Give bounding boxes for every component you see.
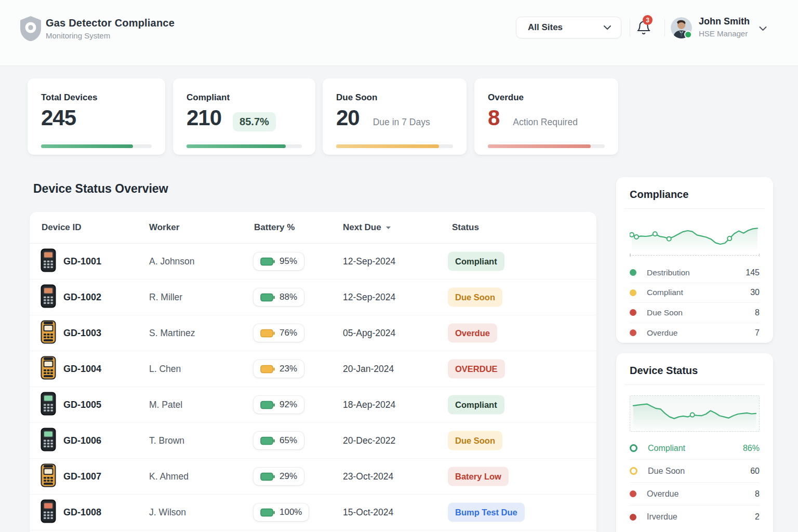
legend-value: 8 <box>755 489 760 499</box>
legend-row: Overdue7 <box>630 323 760 343</box>
legend-row: Compliant30 <box>630 283 760 303</box>
device-id: GD-1008 <box>63 507 101 518</box>
battery-percent: 88% <box>280 292 297 302</box>
gas-detector-device-icon <box>41 284 56 310</box>
next-due-date: 12-Sep-2024 <box>343 292 395 303</box>
stat-note: Action Required <box>513 117 578 128</box>
worker-name: T. Brown <box>149 435 184 446</box>
column-header-worker: Worker <box>149 222 179 233</box>
status-badge-cell: Compliant <box>448 252 504 271</box>
sparkline-svg <box>630 220 760 252</box>
worker-name: A. Johnson <box>149 256 195 267</box>
legend-marker-icon <box>630 289 636 296</box>
stat-progress-bar <box>187 144 302 148</box>
stat-value: 8 <box>488 105 499 130</box>
legend-row: Due Soon8 <box>630 303 760 323</box>
table-row[interactable]: GD-1002R. Miller88%12-Sep-2024Due Soon <box>30 280 596 315</box>
device-id: GD-1002 <box>63 292 101 303</box>
status-badge: Batery Low <box>448 467 509 486</box>
site-selector-value: All Sites <box>528 22 563 33</box>
status-badge-cell: Batery Low <box>448 467 509 486</box>
table-row[interactable]: GD-1001A. Johnson95%12-Sep-2024Compliant <box>30 244 596 280</box>
column-header-next-due[interactable]: Next Due <box>343 222 391 233</box>
user-menu-chevron[interactable] <box>759 24 767 33</box>
status-badge: Compliant <box>448 395 504 415</box>
worker-name: R. Miller <box>149 292 182 303</box>
battery-indicator: 92% <box>254 396 304 414</box>
legend-row: Overdue8 <box>630 483 760 506</box>
battery-indicator: 88% <box>254 288 304 306</box>
table-header-row: Device ID Worker Battery % Next Due Stat… <box>30 212 596 244</box>
column-header-device-id: Device ID <box>42 222 82 233</box>
legend-value: 86% <box>743 444 760 453</box>
stat-label: Due Soon <box>336 92 377 103</box>
legend-value: 8 <box>755 308 760 317</box>
column-header-battery: Battery % <box>254 222 295 233</box>
gas-detector-device-icon <box>41 499 56 525</box>
legend-marker-icon <box>630 467 637 475</box>
battery-indicator: 100% <box>254 503 309 521</box>
shield-logo-icon <box>19 16 43 43</box>
legend-value: 145 <box>746 268 760 277</box>
column-header-status: Status <box>452 222 479 233</box>
compliance-panel: Compliance Destribution145Compliant30Due… <box>616 177 773 343</box>
battery-indicator: 65% <box>254 432 304 449</box>
battery-icon <box>260 436 275 445</box>
next-due-date: 05-Apg-2024 <box>343 328 395 339</box>
device-status-legend: Compliant86%Due Soon60Overdue8Irverdue2 <box>630 437 760 528</box>
stat-label: Compliant <box>187 92 230 103</box>
next-due-date: 15-Oct-2024 <box>343 507 393 518</box>
device-status-chart-frame <box>630 395 760 432</box>
legend-row: Destribution145 <box>630 263 760 283</box>
device-id: GD-1007 <box>63 471 101 482</box>
table-row[interactable]: GD-1004L. Chen23%20-Jan-2024OVERDUE <box>30 351 596 387</box>
gas-detector-device-icon <box>41 320 56 346</box>
legend-label: Overdue <box>647 328 677 338</box>
legend-row: Due Soon60 <box>630 460 760 483</box>
gas-detector-device-icon <box>41 392 56 418</box>
next-due-date: 20-Jan-2024 <box>343 364 394 375</box>
stat-value: 245 <box>41 105 76 130</box>
gas-detector-device-icon <box>41 463 56 489</box>
compliance-sparkline-chart <box>630 220 760 252</box>
app-window: Gas Detector Compliance Monitoring Syste… <box>0 0 798 532</box>
table-row[interactable]: GD-1007K. Ahmed29%23-Oct-2024Batery Low <box>30 459 596 495</box>
stat-progress-bar <box>488 144 605 148</box>
section-title: Device Status Overview <box>33 182 168 196</box>
table-row[interactable]: GD-1003S. Martinez76%05-Apg-2024Overdue <box>30 315 596 351</box>
stat-value: 20 <box>336 105 360 130</box>
battery-icon <box>260 329 275 338</box>
battery-percent: 92% <box>280 400 297 410</box>
legend-value: 30 <box>750 288 760 297</box>
chevron-down-icon <box>759 26 767 31</box>
stat-value: 210 <box>187 105 221 130</box>
worker-name: L. Chen <box>149 364 181 375</box>
user-role: HSE Manager <box>699 29 748 38</box>
gas-detector-device-icon <box>41 428 56 454</box>
battery-percent: 95% <box>280 256 297 267</box>
user-name[interactable]: John Smith <box>699 16 750 27</box>
table-body: GD-1001A. Johnson95%12-Sep-2024Compliant… <box>30 244 596 530</box>
gas-detector-device-icon <box>41 356 56 382</box>
battery-icon <box>260 401 275 409</box>
site-selector-dropdown[interactable]: All Sites <box>516 17 621 38</box>
battery-icon <box>260 257 275 266</box>
legend-label: Due Soon <box>648 467 685 476</box>
device-id: GD-1004 <box>63 364 101 375</box>
battery-percent: 100% <box>280 507 302 517</box>
status-badge-cell: Bump Test Due <box>448 503 525 522</box>
table-row[interactable]: GD-1008J. Wilson100%15-Oct-2024Bump Test… <box>30 495 596 530</box>
gas-detector-device-icon <box>41 248 56 274</box>
status-badge: OVERDUE <box>448 360 505 379</box>
stat-card-compliant: Compliant 210 85.7% <box>173 78 315 155</box>
table-row[interactable]: GD-1005M. Patel92%18-Aep-2024Compliant <box>30 387 596 423</box>
device-status-sparkline-chart <box>631 397 758 430</box>
legend-marker-icon <box>630 444 637 452</box>
legend-label: Irverdue <box>647 512 677 522</box>
legend-label: Compliant <box>648 444 685 453</box>
worker-name: M. Patel <box>149 400 182 410</box>
legend-row: Compliant86% <box>630 437 760 460</box>
device-id: GD-1003 <box>63 328 101 339</box>
compliance-legend: Destribution145Compliant30Due Soon8Overd… <box>630 263 760 343</box>
table-row[interactable]: GD-1006T. Brown65%20-Dec-2022Due Soon <box>30 423 596 459</box>
